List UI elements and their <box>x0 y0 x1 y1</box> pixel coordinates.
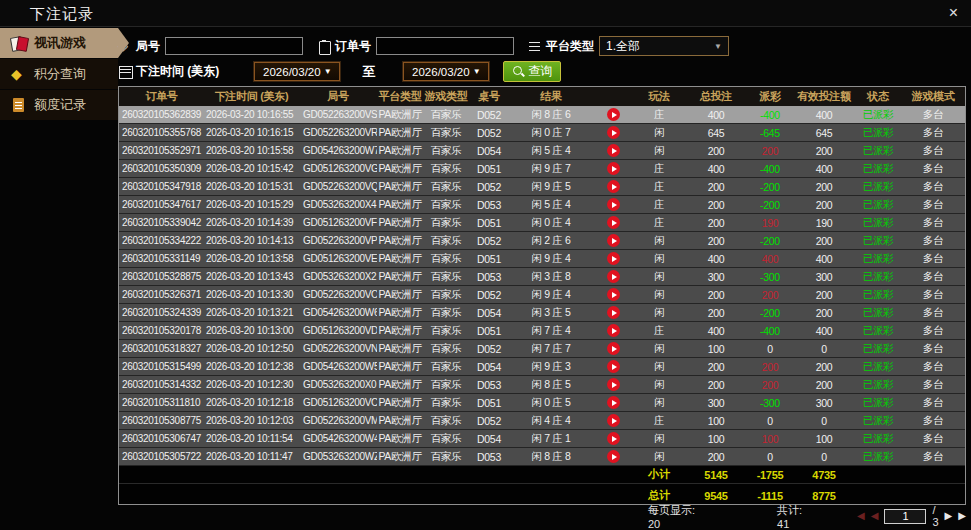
play-result-icon[interactable] <box>607 288 620 301</box>
play-result-icon[interactable] <box>607 126 620 139</box>
cell-result: 闲 0 庄 4 <box>509 216 593 230</box>
cell-order-no: 260320105328875 <box>119 271 204 282</box>
cell-order-no: 260320105324339 <box>119 307 204 318</box>
cell-play-icon <box>593 162 633 176</box>
sidebar: 视讯游戏 积分查询 额度记录 <box>0 28 118 121</box>
search-button[interactable]: 查询 <box>503 61 561 82</box>
table-row[interactable]: 2603201053628392026-03-20 10:16:55GD0522… <box>119 106 965 124</box>
play-result-icon[interactable] <box>607 396 620 409</box>
cell-order-no: 260320105315499 <box>119 361 204 372</box>
cell-valid-bet: 300 <box>793 397 855 409</box>
cell-total-bet: 300 <box>685 271 747 283</box>
chevron-down-icon: ▼ <box>714 42 722 51</box>
play-result-icon[interactable] <box>607 450 620 463</box>
play-result-icon[interactable] <box>607 306 620 319</box>
sidebar-item-video-games[interactable]: 视讯游戏 <box>0 28 118 58</box>
table-row[interactable]: 2603201053476172026-03-20 10:15:29GD0532… <box>119 196 965 214</box>
table-body: 2603201053628392026-03-20 10:16:55GD0522… <box>119 106 965 466</box>
cell-bet-on: 闲 <box>633 252 685 266</box>
cell-status: 已派彩 <box>855 108 901 122</box>
date-from-select[interactable]: 2026/03/20 ▼ <box>254 62 340 81</box>
table-row[interactable]: 2603201053067472026-03-20 10:11:54GD0542… <box>119 430 965 448</box>
cell-bet-on: 闲 <box>633 144 685 158</box>
play-result-icon[interactable] <box>607 270 620 283</box>
previous-page-icon[interactable]: ◀ <box>871 510 879 522</box>
play-result-icon[interactable] <box>607 252 620 265</box>
cell-platform: PA欧洲厅 <box>377 288 423 302</box>
cell-game-type: 百家乐 <box>423 306 469 320</box>
table-row[interactable]: 2603201053503092026-03-20 10:15:42GD0512… <box>119 160 965 178</box>
table-row[interactable]: 2603201053057222026-03-20 10:11:47GD0532… <box>119 448 965 466</box>
cell-result: 闲 3 庄 8 <box>509 270 593 284</box>
cell-bet-on: 闲 <box>633 234 685 248</box>
play-result-icon[interactable] <box>607 144 620 157</box>
close-icon[interactable]: × <box>949 5 958 21</box>
cell-order-no: 260320105331149 <box>119 253 204 264</box>
table-row[interactable]: 2603201053479182026-03-20 10:15:31GD0522… <box>119 178 965 196</box>
cell-result: 闲 8 庄 8 <box>509 450 593 464</box>
table-row[interactable]: 2603201053154992026-03-20 10:12:38GD0542… <box>119 358 965 376</box>
play-result-icon[interactable] <box>607 378 620 391</box>
play-result-icon[interactable] <box>607 360 620 373</box>
play-result-icon[interactable] <box>607 108 620 121</box>
cell-round-no: GD051263200VC <box>299 397 377 408</box>
pagination: ◀ ◀ / 3 ▶ ▶ <box>857 504 966 528</box>
cell-mode: 多台 <box>901 252 965 266</box>
table-row[interactable]: 2603201053118102026-03-20 10:12:18GD0512… <box>119 394 965 412</box>
column-header: 游戏类型 <box>423 89 469 104</box>
cell-total-bet: 400 <box>685 325 747 337</box>
play-result-icon[interactable] <box>607 216 620 229</box>
cell-game-type: 百家乐 <box>423 324 469 338</box>
cell-total-bet: 400 <box>685 253 747 265</box>
table-row[interactable]: 2603201053087752026-03-20 10:12:03GD0522… <box>119 412 965 430</box>
play-result-icon[interactable] <box>607 432 620 445</box>
list-icon <box>528 40 542 53</box>
cell-play-icon <box>593 324 633 338</box>
cell-valid-bet: 400 <box>793 253 855 265</box>
last-page-icon[interactable]: ▶ <box>958 510 966 522</box>
table-row[interactable]: 2603201053557682026-03-20 10:16:15GD0522… <box>119 124 965 142</box>
order-number-input[interactable] <box>376 37 514 55</box>
table-row[interactable]: 2603201053183272026-03-20 10:12:50GD0522… <box>119 340 965 358</box>
sidebar-item-credit-records[interactable]: 额度记录 <box>0 90 118 120</box>
play-result-icon[interactable] <box>607 414 620 427</box>
sidebar-item-points-query[interactable]: 积分查询 <box>0 59 118 89</box>
cell-time: 2026-03-20 10:12:30 <box>204 379 299 390</box>
cell-status: 已派彩 <box>855 378 901 392</box>
table-row[interactable]: 2603201053390422026-03-20 10:14:39GD0512… <box>119 214 965 232</box>
date-to-select[interactable]: 2026/03/20 ▼ <box>403 62 489 81</box>
cell-payout: -200 <box>747 181 793 193</box>
cell-time: 2026-03-20 10:16:15 <box>204 127 299 138</box>
table-row[interactable]: 2603201053311492026-03-20 10:13:58GD0512… <box>119 250 965 268</box>
cell-result: 闲 9 庄 7 <box>509 162 593 176</box>
table-row[interactable]: 2603201053263712026-03-20 10:13:30GD0522… <box>119 286 965 304</box>
play-result-icon[interactable] <box>607 342 620 355</box>
cell-order-no: 260320105326371 <box>119 289 204 300</box>
play-result-icon[interactable] <box>607 324 620 337</box>
page-number-input[interactable] <box>884 509 926 524</box>
table-row[interactable]: 2603201053342222026-03-20 10:14:13GD0522… <box>119 232 965 250</box>
play-result-icon[interactable] <box>607 180 620 193</box>
table-row[interactable]: 2603201053143322026-03-20 10:12:30GD0532… <box>119 376 965 394</box>
round-number-input[interactable] <box>165 37 303 55</box>
cell-valid-bet: 190 <box>793 217 855 229</box>
page-size-text: 每页显示: 20 <box>648 503 702 530</box>
footer-bar: 每页显示: 20 共计: 41 ◀ ◀ / 3 ▶ ▶ <box>118 506 966 526</box>
cell-round-no: GD053263200WZ <box>299 451 377 462</box>
platform-type-select[interactable]: 1.全部 ▼ <box>599 36 729 56</box>
cell-payout: -400 <box>747 163 793 175</box>
next-page-icon[interactable]: ▶ <box>945 510 953 522</box>
cell-play-icon <box>593 270 633 284</box>
play-result-icon[interactable] <box>607 198 620 211</box>
play-result-icon[interactable] <box>607 234 620 247</box>
table-row[interactable]: 2603201053243392026-03-20 10:13:21GD0542… <box>119 304 965 322</box>
cell-bet-on: 闲 <box>633 432 685 446</box>
cell-order-no: 260320105334222 <box>119 235 204 246</box>
table-row[interactable]: 2603201053529712026-03-20 10:15:58GD0542… <box>119 142 965 160</box>
cell-bet-on: 庄 <box>633 180 685 194</box>
play-result-icon[interactable] <box>607 162 620 175</box>
table-row[interactable]: 2603201053288752026-03-20 10:13:43GD0532… <box>119 268 965 286</box>
table-row[interactable]: 2603201053201782026-03-20 10:13:00GD0512… <box>119 322 965 340</box>
search-icon <box>512 65 525 78</box>
first-page-icon[interactable]: ◀ <box>857 510 865 522</box>
